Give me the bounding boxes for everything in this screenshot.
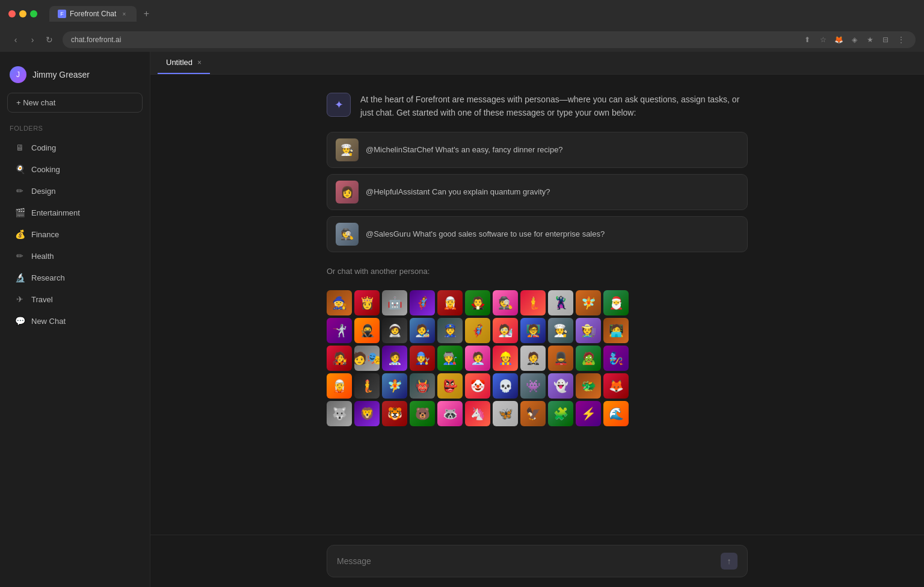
url-icons: ⬆ ☆ 🦊 ◈ ★ ⊟ ⋮ (801, 34, 907, 46)
persona-cell[interactable]: 🧝 (327, 373, 352, 399)
persona-cell[interactable]: 🧑‍🌾 (576, 318, 601, 343)
persona-cell[interactable]: 🧝 (437, 290, 463, 315)
extension-icon-2[interactable]: ◈ (848, 34, 860, 46)
persona-cell[interactable]: 🧞 (603, 346, 629, 371)
persona-cell[interactable]: 🌊 (603, 401, 629, 426)
persona-cell[interactable]: 🦊 (603, 373, 629, 399)
chat-tab-close-button[interactable]: × (197, 58, 202, 67)
sidebar-item-new-chat[interactable]: 💬 New Chat (5, 311, 145, 331)
sidebar-item-research[interactable]: 🔬 Research (5, 267, 145, 288)
minimize-window-button[interactable] (19, 10, 26, 17)
maximize-window-button[interactable] (30, 10, 37, 17)
persona-cell[interactable]: 🧑‍🚀 (382, 318, 407, 343)
persona-cell[interactable]: 🦝 (437, 401, 463, 426)
persona-cell[interactable]: 🦁 (354, 401, 380, 426)
split-view-icon[interactable]: ⊟ (879, 34, 892, 46)
sidebar-item-label: Coding (31, 143, 56, 152)
persona-cell[interactable]: 👻 (548, 373, 573, 399)
message-input-wrapper: ↑ (327, 545, 748, 577)
persona-cell[interactable]: 🥷 (354, 318, 380, 343)
persona-cell[interactable]: 🧜 (520, 290, 546, 315)
persona-cell[interactable]: 🧑‍🔬 (493, 318, 518, 343)
persona-cell[interactable]: 💂 (548, 346, 573, 371)
health-icon: ✏ (14, 250, 25, 261)
menu-icon[interactable]: ⋮ (895, 34, 907, 46)
forward-button[interactable]: › (25, 33, 40, 47)
suggestion-text-assistant: @HelpfulAssistant Can you explain quantu… (366, 187, 550, 196)
persona-cell[interactable]: 🦅 (520, 401, 546, 426)
browser-tab[interactable]: F Forefront Chat × (49, 6, 137, 22)
persona-cell[interactable]: ⚡ (576, 401, 601, 426)
send-button[interactable]: ↑ (721, 553, 738, 570)
persona-cell[interactable]: 🐺 (327, 401, 352, 426)
persona-cell[interactable]: 🦋 (493, 401, 518, 426)
persona-cell[interactable]: 🎅 (603, 290, 629, 315)
persona-cell[interactable]: 🧛 (465, 290, 490, 315)
url-bar[interactable]: chat.forefront.ai ⬆ ☆ 🦊 ◈ ★ ⊟ ⋮ (63, 31, 916, 48)
persona-cell[interactable]: 🧟 (576, 346, 601, 371)
extension-icon-1[interactable]: 🦊 (833, 34, 845, 46)
suggestion-card-assistant[interactable]: 👩 @HelpfulAssistant Can you explain quan… (327, 174, 748, 210)
helpful-assistant-avatar: 👩 (336, 181, 359, 203)
persona-cell[interactable]: 🧑‍🏫 (520, 318, 546, 343)
bookmark-icon[interactable]: ☆ (817, 34, 829, 46)
persona-cell[interactable]: 🧚 (382, 373, 407, 399)
main-content: Untitled × ✦ At the heart of Forefront a… (150, 52, 924, 587)
persona-cell[interactable]: 🧜 (354, 373, 380, 399)
persona-cell[interactable]: 🤖 (382, 290, 407, 315)
persona-cell[interactable]: 🐻 (410, 401, 435, 426)
persona-cell[interactable]: 👷 (493, 346, 518, 371)
sidebar-item-coding[interactable]: 🖥 Coding (5, 137, 145, 158)
persona-cell[interactable]: 🧩 (548, 401, 573, 426)
persona-cell[interactable]: 🦸 (465, 318, 490, 343)
persona-cell[interactable]: 🤡 (465, 373, 490, 399)
chat-tab-untitled[interactable]: Untitled × (158, 52, 210, 74)
persona-cell[interactable]: 🧑‍⚕️ (382, 346, 407, 371)
persona-cell[interactable]: 🧑‍💼 (465, 346, 490, 371)
persona-cell[interactable]: 🐯 (382, 401, 407, 426)
persona-cell[interactable]: 🧚 (576, 290, 601, 315)
persona-cell[interactable]: 🧑‍🎭 (354, 346, 380, 371)
sidebar-item-health[interactable]: ✏ Health (5, 246, 145, 266)
sidebar-item-travel[interactable]: ✈ Travel (5, 289, 145, 309)
ai-icon: ✦ (327, 93, 351, 117)
sidebar-item-cooking[interactable]: 🍳 Cooking (5, 159, 145, 179)
suggestion-card-chef[interactable]: 👨‍🍳 @MichelinStarChef What's an easy, fa… (327, 132, 748, 168)
persona-cell[interactable]: 🧑‍🎨 (410, 318, 435, 343)
sidebar-item-finance[interactable]: 💰 Finance (5, 224, 145, 244)
back-button[interactable]: ‹ (8, 33, 23, 47)
persona-cell[interactable]: 🧑‍💻 (603, 318, 629, 343)
persona-cell[interactable]: 👹 (410, 373, 435, 399)
persona-cell[interactable]: 💀 (493, 373, 518, 399)
persona-cell[interactable]: 🦸 (410, 290, 435, 315)
new-tab-button[interactable]: + (139, 7, 153, 21)
persona-cell[interactable]: 🐲 (576, 373, 601, 399)
new-chat-button[interactable]: + New chat (7, 93, 143, 113)
reload-button[interactable]: ↻ (42, 33, 57, 47)
tab-close-button[interactable]: × (120, 10, 128, 18)
extension-icon-3[interactable]: ★ (864, 34, 876, 46)
close-window-button[interactable] (8, 10, 16, 17)
persona-cell[interactable]: 👺 (437, 373, 463, 399)
persona-cell[interactable]: 🕵 (493, 290, 518, 315)
persona-cell[interactable]: 🤵 (520, 346, 546, 371)
persona-cell[interactable]: 🧑‍🎤 (327, 346, 352, 371)
persona-cell[interactable]: 👾 (520, 373, 546, 399)
message-input[interactable] (337, 556, 721, 566)
persona-cell[interactable]: 🧑‍🍳 (548, 318, 573, 343)
sidebar-user[interactable]: J Jimmy Greaser (0, 61, 150, 88)
sidebar-item-entertainment[interactable]: 🎬 Entertainment (5, 202, 145, 223)
suggestion-card-sales[interactable]: 🕵 @SalesGuru What's good sales software … (327, 216, 748, 252)
persona-cell[interactable]: 👮 (437, 318, 463, 343)
persona-cell[interactable]: 🦹 (548, 290, 573, 315)
persona-cell[interactable]: 🤺 (327, 318, 352, 343)
persona-cell[interactable]: 🧑‍🏭 (437, 346, 463, 371)
sidebar-item-design[interactable]: ✏ Design (5, 181, 145, 201)
chat-area[interactable]: ✦ At the heart of Forefront are messages… (150, 75, 924, 535)
persona-cell[interactable]: 🧙 (327, 290, 352, 315)
persona-cell[interactable]: 🧑‍🔧 (410, 346, 435, 371)
persona-cell[interactable]: 🦄 (465, 401, 490, 426)
persona-cell[interactable]: 👸 (354, 290, 380, 315)
nav-buttons: ‹ › ↻ (8, 33, 57, 47)
share-icon[interactable]: ⬆ (801, 34, 813, 46)
